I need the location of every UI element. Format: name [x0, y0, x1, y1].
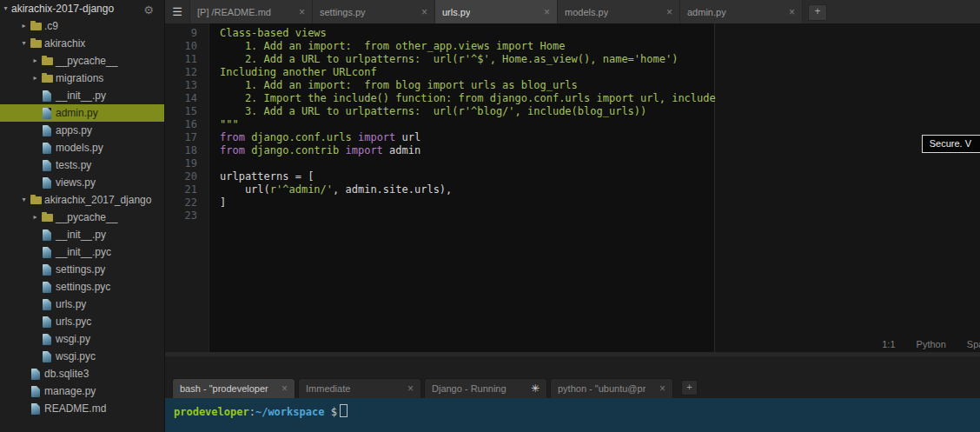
tree-file-db.sqlite3[interactable]: db.sqlite3 [0, 365, 164, 382]
tree-file-__init__.pyc[interactable]: __init__.pyc [0, 243, 164, 261]
tree-folder-migrations[interactable]: ▸migrations [0, 70, 164, 87]
tab-list-button[interactable]: ☰ [165, 0, 190, 23]
code-line-17: 17from django.conf.urls import url [165, 131, 980, 144]
code-line-12: 12Including another URLconf [165, 66, 980, 79]
new-console-tab-button[interactable]: + [681, 380, 698, 395]
line-number: 13 [165, 79, 209, 92]
console-tab-label: python - "ubuntu@pr [558, 383, 646, 394]
close-icon[interactable]: × [655, 382, 665, 395]
tree-folder-__pycache__[interactable]: ▸__pycache__ [0, 209, 164, 226]
console-tab-Immediate[interactable]: Immediate× [298, 378, 421, 398]
spinner-icon: ✳ [531, 382, 540, 395]
tree-file-urls.py[interactable]: urls.py [0, 296, 164, 313]
tree-item-label: tests.py [56, 159, 91, 171]
code-content: 9Class-based views10 1. Add an import: f… [165, 27, 980, 223]
tree-item-label: wsgi.py [56, 333, 90, 345]
tree-item-label: README.md [44, 402, 106, 415]
chevron-down-icon[interactable]: ▾ [18, 35, 30, 52]
tree-file-tests.py[interactable]: tests.py [0, 156, 164, 174]
code-line-21: 21 url(r'^admin/', admin.site.urls), [165, 183, 980, 196]
gear-icon[interactable]: ⚙ [143, 3, 154, 17]
line-content: urlpatterns = [ [209, 170, 314, 183]
editor-tab-settings.py[interactable]: settings.py× [313, 0, 435, 23]
editor-tab--P-README.md[interactable]: [P] /README.md× [190, 0, 313, 23]
line-content: ] [209, 196, 226, 209]
code-line-23: 23 [165, 209, 980, 223]
editor-tab-admin.py[interactable]: admin.py× [680, 0, 803, 23]
chevron-right-icon[interactable]: ▸ [30, 209, 41, 226]
chevron-right-icon[interactable]: ▸ [18, 17, 30, 35]
cursor-position[interactable]: 1:1 [882, 339, 895, 349]
close-icon[interactable]: × [539, 6, 550, 18]
tree-file-__init__.py[interactable]: __init__.py [0, 87, 164, 104]
tree-file-settings.py[interactable]: settings.py [0, 261, 164, 278]
file-icon [41, 316, 56, 328]
chevron-down-icon[interactable]: ▾ [18, 191, 30, 209]
close-icon[interactable]: × [416, 6, 427, 18]
tree-item-label: __init__.pyc [56, 246, 111, 258]
tree-file-settings.pyc[interactable]: settings.pyc [0, 278, 164, 296]
tree-item-label: urls.pyc [56, 316, 91, 328]
chevron-right-icon[interactable]: ▸ [30, 52, 41, 70]
line-content: Including another URLconf [209, 66, 377, 79]
terminal[interactable]: prodeveloper:~/workspace $ [165, 398, 980, 432]
folder-icon [41, 55, 56, 67]
tree-file-models.py[interactable]: models.py [0, 139, 164, 156]
terminal-colon: : [249, 406, 255, 418]
file-tree: ▸.c9▾akirachix▸__pycache__▸migrations__i… [0, 17, 164, 417]
tree-file-admin.py[interactable]: admin.py [0, 104, 165, 122]
terminal-user: prodeveloper [174, 406, 249, 418]
tree-file-manage.py[interactable]: manage.py [0, 382, 164, 400]
close-icon[interactable]: × [277, 382, 288, 395]
chevron-down-icon[interactable]: ▾ [0, 0, 11, 17]
tree-file-wsgi.py[interactable]: wsgi.py [0, 330, 164, 348]
tree-file-README.md[interactable]: README.md [0, 400, 164, 417]
tree-item-label: migrations [56, 72, 103, 84]
editor-tab-urls.py[interactable]: urls.py× [435, 0, 558, 23]
line-number: 22 [165, 196, 209, 209]
file-icon [41, 159, 56, 171]
tree-root-project[interactable]: ▾ akirachix-2017-django [0, 0, 164, 17]
chevron-right-icon[interactable]: ▸ [30, 70, 41, 87]
tree-folder-akirachix_2017_django[interactable]: ▾akirachix_2017_django [0, 191, 164, 209]
file-icon [41, 107, 56, 119]
tree-item-label: manage.py [44, 385, 96, 397]
tree-item-label: __init__.py [56, 229, 106, 241]
file-icon [41, 142, 56, 154]
tab-label: urls.py [442, 7, 470, 17]
tree-folder-akirachix[interactable]: ▾akirachix [0, 35, 164, 52]
file-icon [30, 385, 44, 397]
console-tab-Django-Running[interactable]: Django - Running✳ [424, 378, 547, 398]
line-content: 2. Import the include() function: from d… [209, 92, 716, 105]
close-icon[interactable]: × [784, 6, 795, 18]
code-line-18: 18from django.contrib import admin [165, 144, 980, 157]
tree-file-__init__.py[interactable]: __init__.py [0, 226, 164, 243]
language-mode[interactable]: Python [917, 339, 946, 349]
indent-setting[interactable]: Space [967, 339, 980, 349]
line-number: 12 [165, 66, 209, 79]
file-icon [41, 281, 56, 293]
tree-file-urls.pyc[interactable]: urls.pyc [0, 313, 164, 330]
editor-tab-models.py[interactable]: models.py× [558, 0, 680, 23]
line-content: Class-based views [209, 27, 327, 40]
console-tab-bash-prodeveloper[interactable]: bash - "prodeveloper× [172, 378, 295, 398]
line-content: url(r'^admin/', admin.site.urls), [209, 183, 452, 196]
tree-folder-.c9[interactable]: ▸.c9 [0, 17, 164, 35]
new-tab-button[interactable]: + [808, 4, 827, 21]
code-line-20: 20urlpatterns = [ [165, 170, 980, 183]
file-icon [41, 90, 56, 102]
editor-status-bar: 1:1 Python Space [882, 339, 980, 349]
editor-tabs: [P] /README.md×settings.py×urls.py×model… [190, 0, 803, 23]
line-content [209, 157, 220, 170]
tree-folder-__pycache__[interactable]: ▸__pycache__ [0, 52, 164, 70]
tree-file-wsgi.pyc[interactable]: wsgi.pyc [0, 348, 164, 365]
close-icon[interactable]: × [294, 6, 305, 18]
tree-file-views.py[interactable]: views.py [0, 174, 164, 191]
tree-file-apps.py[interactable]: apps.py [0, 122, 164, 139]
line-content: from django.contrib import admin [209, 144, 420, 157]
close-icon[interactable]: × [403, 382, 414, 395]
console-tab-python-ubuntu-pr[interactable]: python - "ubuntu@pr× [550, 378, 673, 398]
tree-item-label: apps.py [56, 124, 92, 136]
close-icon[interactable]: × [661, 6, 672, 18]
code-editor[interactable]: 9Class-based views10 1. Add an import: f… [165, 23, 980, 356]
